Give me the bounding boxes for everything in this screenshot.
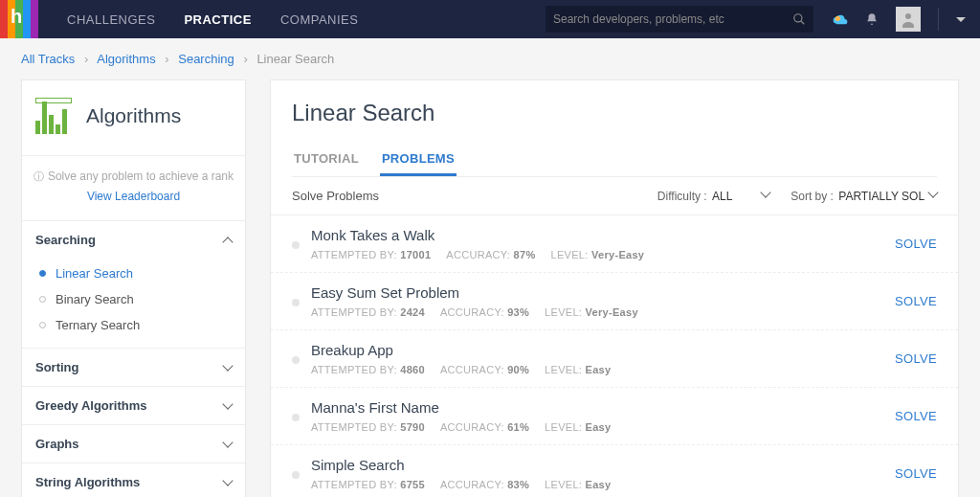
solve-heading: Solve Problems	[292, 189, 379, 203]
problem-name: Manna's First Name	[311, 399, 895, 416]
chevron-down-icon	[761, 187, 771, 197]
problem-meta: ATTEMPTED BY: 5790ACCURACY: 61%LEVEL: Ea…	[311, 421, 895, 433]
info-icon: ⓘ	[33, 170, 44, 182]
crumb-current: Linear Search	[256, 52, 334, 66]
nav-practice[interactable]: PRACTICE	[184, 12, 251, 27]
sort-filter[interactable]: Sort by : PARTIALLY SOL	[791, 189, 937, 203]
problem-meta: ATTEMPTED BY: 2424ACCURACY: 93%LEVEL: Ve…	[311, 306, 895, 318]
avatar[interactable]	[896, 7, 921, 32]
tabs: TUTORIAL PROBLEMS	[292, 144, 937, 177]
difficulty-filter[interactable]: Difficulty : ALL	[657, 189, 769, 203]
separator	[938, 8, 939, 31]
page-title: Linear Search	[292, 100, 937, 126]
chevron-down-icon	[222, 475, 233, 486]
status-dot	[292, 299, 300, 306]
problem-row[interactable]: Monk Takes a WalkATTEMPTED BY: 17001ACCU…	[271, 215, 958, 273]
logo[interactable]: h	[0, 0, 38, 38]
problem-name: Easy Sum Set Problem	[311, 284, 895, 301]
svg-line-1	[801, 21, 805, 25]
problem-row[interactable]: Breakup AppATTEMPTED BY: 4860ACCURACY: 9…	[271, 330, 958, 388]
crumb-all-tracks[interactable]: All Tracks	[21, 52, 75, 66]
chevron-up-icon	[222, 237, 233, 247]
section-graphs[interactable]: Graphs	[22, 425, 245, 463]
breadcrumb: All Tracks › Algorithms › Searching › Li…	[21, 38, 959, 79]
problem-meta: ATTEMPTED BY: 6755ACCURACY: 83%LEVEL: Ea…	[311, 479, 895, 490]
problem-row[interactable]: Easy Sum Set ProblemATTEMPTED BY: 2424AC…	[271, 273, 958, 330]
status-dot	[292, 471, 300, 479]
solve-button[interactable]: SOLVE	[895, 466, 937, 481]
status-dot	[292, 356, 300, 364]
leaderboard-link[interactable]: View Leaderboard	[32, 190, 235, 203]
rank-prompt: ⓘSolve any problem to achieve a rank	[32, 169, 235, 184]
problem-row[interactable]: Manna's First NameATTEMPTED BY: 5790ACCU…	[271, 388, 958, 445]
bell-icon[interactable]	[865, 12, 879, 26]
crumb-algorithms[interactable]: Algorithms	[97, 52, 155, 66]
problem-meta: ATTEMPTED BY: 17001ACCURACY: 87%LEVEL: V…	[311, 249, 895, 260]
problem-name: Monk Takes a Walk	[311, 227, 895, 243]
svg-point-3	[905, 13, 911, 19]
chevron-down-icon	[222, 437, 233, 447]
chevron-down-icon	[222, 398, 233, 409]
algorithms-icon	[35, 98, 72, 134]
solve-button[interactable]: SOLVE	[895, 351, 937, 366]
solve-button[interactable]: SOLVE	[895, 237, 937, 251]
section-searching[interactable]: Searching	[22, 221, 245, 259]
primary-nav: CHALLENGES PRACTICE COMPANIES	[67, 12, 358, 27]
svg-point-0	[794, 14, 802, 22]
cloud-icon[interactable]	[833, 11, 848, 27]
solve-button[interactable]: SOLVE	[895, 409, 937, 423]
problem-meta: ATTEMPTED BY: 4860ACCURACY: 90%LEVEL: Ea…	[311, 364, 895, 375]
problems-list: Monk Takes a WalkATTEMPTED BY: 17001ACCU…	[271, 215, 958, 497]
sidebar-item-ternary-search[interactable]: Ternary Search	[22, 312, 245, 338]
chevron-down-icon	[927, 187, 938, 197]
section-sorting[interactable]: Sorting	[22, 349, 245, 386]
user-menu-caret-icon[interactable]	[956, 17, 966, 22]
nav-companies[interactable]: COMPANIES	[280, 12, 359, 27]
sidebar-item-linear-search[interactable]: Linear Search	[22, 260, 245, 286]
status-dot	[292, 241, 300, 249]
nav-challenges[interactable]: CHALLENGES	[67, 12, 155, 27]
problem-row[interactable]: Simple SearchATTEMPTED BY: 6755ACCURACY:…	[271, 445, 958, 497]
crumb-searching[interactable]: Searching	[178, 52, 234, 66]
chevron-down-icon	[222, 360, 233, 371]
problem-name: Breakup App	[311, 342, 895, 358]
status-dot	[292, 414, 300, 421]
problem-name: Simple Search	[311, 457, 895, 473]
solve-button[interactable]: SOLVE	[895, 294, 937, 308]
app-header: h CHALLENGES PRACTICE COMPANIES	[0, 0, 980, 38]
tab-problems[interactable]: PROBLEMS	[380, 144, 457, 176]
sidebar-item-binary-search[interactable]: Binary Search	[22, 286, 245, 312]
search-icon	[792, 12, 806, 26]
section-string[interactable]: String Algorithms	[22, 463, 245, 497]
svg-point-2	[835, 16, 840, 21]
sidebar: Algorithms ⓘSolve any problem to achieve…	[21, 79, 246, 497]
sidebar-title: Algorithms	[86, 104, 181, 127]
section-greedy[interactable]: Greedy Algorithms	[22, 387, 245, 424]
search-box[interactable]	[546, 6, 813, 33]
main-content: Linear Search TUTORIAL PROBLEMS Solve Pr…	[270, 79, 959, 497]
search-input[interactable]	[553, 12, 792, 26]
tab-tutorial[interactable]: TUTORIAL	[292, 144, 361, 176]
